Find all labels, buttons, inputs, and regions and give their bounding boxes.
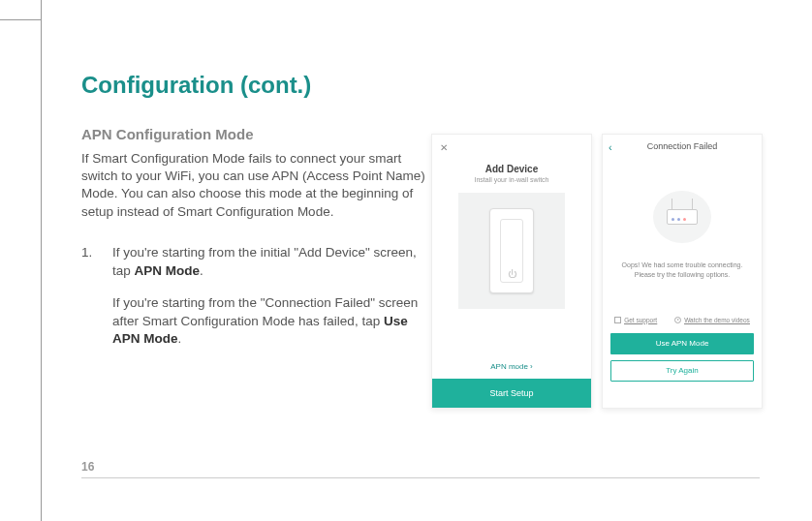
watch-demo-link[interactable]: Watch the demo videos <box>674 317 750 323</box>
oops-message: Oops! We had some trouble connecting. Pl… <box>603 260 762 280</box>
phone-mockups: ✕ Add Device Install your in-wall switch… <box>431 134 763 409</box>
phone-add-device: ✕ Add Device Install your in-wall switch… <box>431 134 592 409</box>
use-apn-mode-button[interactable]: Use APN Mode <box>610 333 754 354</box>
step-1-para-2: If you're starting from the "Connection … <box>112 294 430 350</box>
step-1: 1. If you're starting from the initial "… <box>81 244 430 349</box>
section-body: If Smart Configuration Mode fails to con… <box>81 150 430 221</box>
add-device-title: Add Device <box>432 164 591 174</box>
play-icon <box>674 317 681 323</box>
page-number: 16 <box>81 460 760 478</box>
page-title: Configuration (cont.) <box>81 72 760 99</box>
close-icon[interactable]: ✕ <box>440 142 448 153</box>
switch-illustration: ⏻ <box>458 193 565 309</box>
step-number: 1. <box>81 244 97 349</box>
chat-icon <box>614 317 621 323</box>
step-list: 1. If you're starting from the initial "… <box>81 244 430 349</box>
step-1-para-1: If you're starting from the initial "Add… <box>112 244 430 281</box>
help-row: Get support Watch the demo videos <box>603 317 762 323</box>
wifi-icon: ⏻ <box>507 269 516 279</box>
get-support-link[interactable]: Get support <box>614 317 657 323</box>
try-again-button[interactable]: Try Again <box>610 360 754 382</box>
connection-failed-title: Connection Failed <box>647 141 718 151</box>
add-device-subtitle: Install your in-wall switch <box>432 176 591 183</box>
phone-connection-failed: ‹ Connection Failed Oops! We had some tr… <box>602 134 763 409</box>
start-setup-button[interactable]: Start Setup <box>432 379 591 408</box>
router-icon <box>653 191 711 243</box>
back-icon[interactable]: ‹ <box>609 141 612 153</box>
apn-mode-link[interactable]: APN mode › <box>432 362 591 379</box>
